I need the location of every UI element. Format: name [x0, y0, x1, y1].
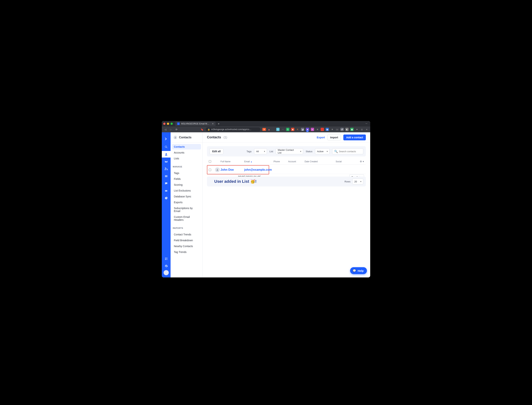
ext-off-icon[interactable]: off — [341, 128, 344, 131]
ext-w-icon[interactable]: w — [311, 128, 314, 131]
edit-all-button[interactable]: Edit all — [210, 148, 223, 154]
row-checkbox[interactable] — [209, 169, 211, 171]
sidebar-item-accounts[interactable]: Accounts — [172, 150, 201, 155]
sidebar-item-lists[interactable]: Lists — [172, 156, 201, 161]
sidebar-item-tags[interactable]: Tags — [172, 170, 201, 176]
col-account[interactable]: Account — [288, 160, 305, 163]
col-date-created[interactable]: Date Created — [305, 160, 336, 163]
rail-deals-icon[interactable] — [162, 173, 171, 179]
minimize-window-icon[interactable] — [167, 123, 169, 125]
ext-dim-icon[interactable]: ✺ — [331, 128, 334, 131]
ext-menu-icon[interactable]: ⋯ — [281, 128, 285, 131]
svg-rect-4 — [167, 169, 168, 170]
sidebar-item-contact-trends[interactable]: Contact Trends — [172, 232, 201, 237]
annotation-text: User added in List 🥳! — [214, 179, 257, 184]
ext-circle-icon[interactable]: ◐ — [345, 128, 349, 131]
ext-bug-icon[interactable]: ✱ — [316, 128, 319, 131]
gear-icon: ⚙ — [360, 160, 362, 163]
contacts-table: Full Name Email▲ Phone Account Date Crea… — [207, 159, 366, 174]
sidebar-item-contacts[interactable]: Contacts — [172, 144, 201, 149]
sidebar-item-tag-trends[interactable]: Tag Trends — [172, 249, 201, 255]
ext-puzzle-icon[interactable]: ✦ — [355, 128, 359, 131]
col-phone[interactable]: Phone — [273, 160, 288, 163]
table-header: Full Name Email▲ Phone Account Date Crea… — [207, 159, 366, 164]
rail-campaigns-icon[interactable] — [162, 158, 171, 165]
bookmark-icon[interactable]: 🔖 — [200, 128, 204, 131]
new-tab-button[interactable]: ＋ — [217, 122, 221, 126]
nav-back-icon[interactable]: ◁ — [164, 128, 167, 131]
status-filter-select[interactable]: Active — [315, 148, 330, 154]
sidebar: Contacts Contacts Accounts Lists MANAGE … — [171, 132, 203, 277]
table-row[interactable]: John Doe john@example.com — — 09/05/2022… — [207, 165, 366, 174]
help-button[interactable]: 💬 Help — [350, 267, 367, 274]
browser-tab[interactable]: › M3LVINGEORGE Email Marketin ✕ — [175, 122, 216, 126]
svg-rect-10 — [165, 258, 166, 259]
ext-hamburger-icon[interactable]: ≡ — [365, 128, 368, 131]
col-social[interactable]: Social — [336, 160, 348, 163]
lock-icon: 🔒 — [207, 128, 210, 131]
tab-title: M3LVINGEORGE Email Marketin — [181, 122, 211, 125]
ext-green-icon[interactable]: ▣ — [350, 128, 354, 131]
tab-close-icon[interactable]: ✕ — [212, 122, 214, 125]
ext-grey-icon[interactable]: ◪ — [301, 128, 304, 131]
ext-grammarly-icon[interactable]: G — [286, 128, 289, 131]
sidebar-item-database-sync[interactable]: Database Sync — [172, 194, 201, 199]
select-all-checkbox[interactable] — [209, 160, 211, 163]
rail-reports-icon[interactable] — [162, 195, 171, 201]
tags-filter-select[interactable]: All — [254, 148, 267, 154]
sort-ascending-icon: ▲ — [251, 161, 252, 163]
page-count: (1) — [224, 136, 227, 139]
contact-name-link[interactable]: John Doe — [220, 168, 244, 171]
sidebar-item-custom-headers[interactable]: Custom Email Headers — [172, 214, 201, 223]
import-button[interactable]: Import — [327, 135, 341, 140]
sidebar-item-fields[interactable]: Fields — [172, 176, 201, 182]
ext-blue-icon[interactable]: ▦ — [326, 128, 329, 131]
extensions-row: ⚛ ⋯ G ◆ K ◪ ■ w ✱ ▦ ✺ {a} off ◐ ▣ ✦ ⌸ ≡ — [276, 128, 368, 131]
ext-bracket-icon[interactable]: {a} — [335, 128, 339, 131]
close-window-icon[interactable] — [163, 123, 165, 125]
main-header: Contacts (1) Export Import Add a contact — [203, 132, 370, 142]
column-settings-button[interactable]: ⚙▾ — [348, 160, 364, 163]
tab-favicon-icon: › — [177, 122, 180, 125]
address-bar[interactable]: 🔒 m3lvingeorge.activehosted.com/app/co… — [206, 127, 260, 131]
ext-purple-icon[interactable]: ■ — [306, 128, 309, 131]
ext-wallet-icon[interactable]: ⌸ — [360, 128, 363, 131]
brave-shield-icon[interactable]: 5 — [262, 128, 266, 131]
rail-user-avatar[interactable] — [164, 270, 169, 275]
add-contact-button[interactable]: Add a contact — [343, 135, 366, 140]
contact-email-link[interactable]: john@example.com — [244, 168, 266, 171]
search-contacts-input[interactable]: 🔍 — [332, 148, 363, 154]
rail-contacts-icon[interactable] — [162, 151, 171, 158]
sidebar-item-field-breakdown[interactable]: Field Breakdown — [172, 238, 201, 243]
warning-icon[interactable]: ▲ — [268, 128, 270, 131]
maximize-window-icon[interactable] — [171, 123, 173, 125]
list-filter-select[interactable]: Master Contact List — [276, 148, 303, 154]
rail-settings-icon[interactable] — [162, 263, 171, 269]
rail-automations-icon[interactable] — [162, 166, 171, 172]
rows-per-page-select[interactable]: 20 — [352, 179, 363, 184]
ext-k-icon[interactable]: K — [296, 128, 299, 131]
sidebar-item-scoring[interactable]: Scoring — [172, 182, 201, 188]
col-email[interactable]: Email▲ — [244, 160, 273, 163]
col-full-name[interactable]: Full Name — [220, 160, 244, 163]
sidebar-item-list-exclusions[interactable]: List Exclusions — [172, 188, 201, 193]
export-link[interactable]: Export — [317, 136, 325, 139]
tab-list-chevron-icon[interactable]: ﹀ — [365, 122, 369, 125]
filter-bar: Edit all Tags All List Master Contact Li… — [207, 146, 366, 156]
sidebar-item-subscriptions[interactable]: Subscriptions by Email — [172, 205, 201, 214]
rail-search-icon[interactable] — [162, 144, 171, 150]
ext-orange-icon[interactable]: ◆ — [291, 128, 294, 131]
search-field[interactable] — [339, 150, 361, 153]
sidebar-item-nearby-contacts[interactable]: Nearby Contacts — [172, 243, 201, 249]
svg-point-14 — [217, 169, 218, 170]
svg-rect-3 — [165, 169, 166, 170]
sidebar-item-exports[interactable]: Exports — [172, 200, 201, 205]
search-icon: 🔍 — [334, 150, 338, 153]
ext-red-icon[interactable] — [321, 128, 324, 131]
nav-reload-icon[interactable]: ⟳ — [175, 128, 178, 131]
app-logo-icon[interactable] — [162, 135, 171, 143]
rail-apps-icon[interactable] — [162, 256, 171, 262]
rail-site-icon[interactable] — [162, 188, 171, 194]
ext-react-icon[interactable]: ⚛ — [276, 128, 280, 131]
rail-conversations-icon[interactable] — [162, 180, 171, 187]
